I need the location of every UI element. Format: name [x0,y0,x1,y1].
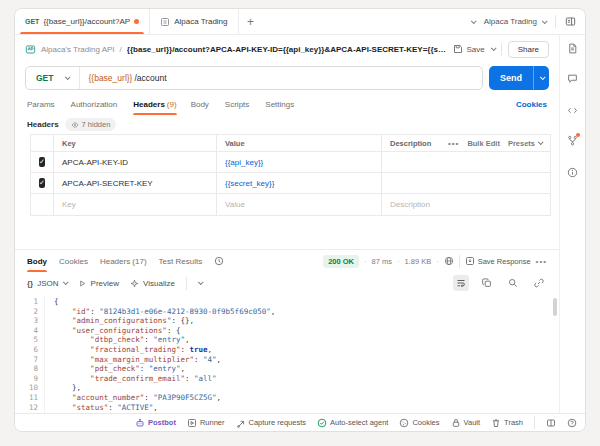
request-tabs: Params Authorization Headers(9) Body Scr… [15,93,559,115]
breadcrumb: Alpaca's Trading API / {{base_url}}/acco… [15,35,559,63]
send-button[interactable]: Send [489,66,533,90]
wrap-text-icon[interactable] [453,275,469,291]
add-tab-button[interactable]: + [239,9,263,34]
table-row-placeholder: Key Value Description [31,194,550,215]
method-selector[interactable]: GET [26,67,80,89]
tab-strip: GET {{base_url}}/account?AP Alpaca Tradi… [15,9,585,35]
cookies-link[interactable]: Cookies [516,100,547,109]
bulk-edit-button[interactable]: Bulk Edit [467,139,500,148]
capture-icon [236,418,246,428]
vault-button[interactable]: Vault [451,418,481,428]
send-split-button: Send [489,66,549,90]
runner-button[interactable]: Runner [187,418,225,428]
fork-icon[interactable] [567,135,578,146]
collection-tab[interactable]: Alpaca Trading [150,9,238,34]
tab-method-label: GET [25,18,39,25]
tab-authorization[interactable]: Authorization [71,93,120,115]
cookie-icon [399,418,409,428]
toolbar-chevron-icon[interactable] [198,279,204,285]
tab-body[interactable]: Body [191,93,211,115]
vault-lock-icon [451,418,461,428]
format-dropdown[interactable]: {} JSON [27,279,67,288]
response-tab-test-results[interactable]: Test Results [159,250,203,272]
info-icon[interactable] [567,167,578,178]
collection-name[interactable]: Alpaca's Trading API [41,45,115,54]
trash-button[interactable]: Trash [491,418,523,428]
header-desc-cell[interactable] [382,173,550,193]
header-desc-cell[interactable] [382,152,550,172]
table-row: ✓ APCA-API-SECRET-KEY {{secret_key}} [31,173,550,194]
tab-settings[interactable]: Settings [265,93,296,115]
documentation-icon[interactable] [567,43,578,54]
play-icon [78,279,87,288]
url-path: /account [134,73,166,83]
chevron-down-icon [538,139,544,145]
history-clock-icon[interactable] [214,256,224,266]
save-response-button[interactable]: Save Response [465,256,531,266]
save-options-chevron-icon[interactable] [491,45,497,51]
save-icon [453,44,463,54]
column-description: Description [390,139,431,148]
cookies-button[interactable]: Cookies [399,418,439,428]
header-key-cell[interactable]: APCA-API-SECRET-KEY [54,173,217,193]
table-more-icon[interactable]: ••• [448,139,459,148]
tab-params[interactable]: Params [27,93,57,115]
response-tab-headers[interactable]: Headers (17) [100,250,147,272]
divider [186,277,187,290]
header-value-cell[interactable]: {{api_key}} [217,152,382,172]
value-placeholder[interactable]: Value [217,194,382,215]
share-button[interactable]: Share [508,41,549,58]
notification-dot [576,133,580,137]
help-icon[interactable] [567,418,577,428]
preview-button[interactable]: Preview [78,279,119,288]
plus-icon: + [247,15,254,29]
globe-icon[interactable] [444,256,454,266]
auto-select-agent-button[interactable]: Auto-select agent [317,418,388,428]
send-options-button[interactable] [533,66,549,90]
api-icon [25,44,36,55]
row-checkbox-checked[interactable]: ✓ [39,157,45,167]
column-value: Value [217,135,382,151]
postbot-button[interactable]: Postbot [135,418,176,428]
header-key-cell[interactable]: APCA-API-KEY-ID [54,152,217,172]
header-value-cell[interactable]: {{secret_key}} [217,173,382,193]
environment-selector[interactable]: Alpaca Trading [484,17,546,26]
tabs-overflow-chevron-icon[interactable] [471,18,477,24]
divider [555,15,556,28]
key-placeholder[interactable]: Key [54,194,217,215]
panel-layout-icon[interactable] [546,418,556,428]
chevron-down-icon [539,74,545,80]
link-icon[interactable] [531,275,547,291]
copy-icon[interactable] [479,275,495,291]
runner-icon [187,418,197,428]
search-icon[interactable] [505,275,521,291]
code-icon[interactable] [567,105,578,116]
eye-icon [71,121,79,129]
tab-scripts[interactable]: Scripts [225,93,251,115]
tab-headers[interactable]: Headers(9) [133,93,176,115]
scrollbar-thumb[interactable] [553,298,557,316]
visualize-button[interactable]: Visualize [130,279,175,288]
url-input[interactable]: {{base_url}}/account [80,73,174,83]
hidden-headers-toggle[interactable]: 7 hidden [65,118,117,131]
capture-requests-button[interactable]: Capture requests [236,418,307,428]
postman-window: GET {{base_url}}/account?AP Alpaca Tradi… [14,8,586,432]
presets-dropdown[interactable]: Presets [508,139,542,148]
response-tabs: Body Cookies Headers (17) Test Results 2… [15,250,559,272]
response-more-icon[interactable]: ••• [536,257,547,266]
comment-icon[interactable] [567,73,578,84]
description-placeholder[interactable]: Description [382,194,550,215]
row-checkbox-checked[interactable]: ✓ [39,178,45,188]
table-row: ✓ APCA-API-KEY-ID {{api_key}} [31,152,550,173]
request-url-row: GET {{base_url}}/account Send [15,63,559,93]
save-button[interactable]: Save [453,44,484,54]
pane-resize-area[interactable] [15,216,559,249]
environment-quicklook-icon[interactable] [565,16,576,27]
response-tab-cookies[interactable]: Cookies [59,250,88,272]
environment-name: Alpaca Trading [484,17,537,26]
visualize-icon [130,279,139,288]
right-sidebar-rail [559,35,585,413]
request-tab-active[interactable]: GET {{base_url}}/account?AP [15,9,150,34]
response-tab-body[interactable]: Body [27,250,47,272]
headers-table: Key Value Description ••• Bulk Edit Pres… [30,134,551,216]
